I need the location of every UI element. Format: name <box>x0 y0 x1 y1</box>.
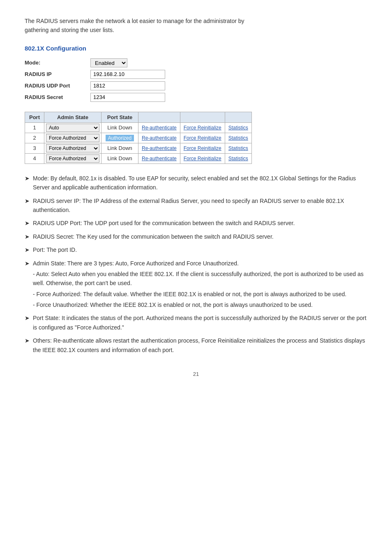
reinit-cell: Force Reinitialize <box>180 153 225 164</box>
list-item: ➤Port: The port ID. <box>25 245 367 254</box>
authorized-badge: Authorized <box>106 135 134 141</box>
bullet-content: RADIUS Secret: The Key used for the comm… <box>33 232 367 241</box>
bullet-content: Admin State: There are 3 types: Auto, Fo… <box>33 259 367 310</box>
col-header-port-state: Port State <box>101 112 138 122</box>
list-item: ➤Admin State: There are 3 types: Auto, F… <box>25 259 367 310</box>
mode-label: Mode: <box>25 60 90 66</box>
statistics-link[interactable]: Statistics <box>228 156 248 161</box>
radius-secret-row: RADIUS Secret <box>25 93 367 102</box>
col-header-admin-state: Admin State <box>44 112 101 122</box>
admin-state-select[interactable]: Force Authorized <box>46 154 99 163</box>
bullet-content: RADIUS UDP Port: The UDP port used for t… <box>33 219 367 228</box>
col-header-reinit <box>180 112 225 122</box>
stats-cell: Statistics <box>225 143 251 153</box>
config-table: Mode: Enabled RADIUS IP RADIUS UDP Port … <box>25 58 367 102</box>
stats-cell: Statistics <box>225 133 251 143</box>
table-row: 2Force AuthorizedAuthorizedRe-authentica… <box>25 133 252 143</box>
radius-secret-input[interactable] <box>90 93 165 102</box>
re-authenticate-link[interactable]: Re-authenticate <box>142 125 177 131</box>
list-item: ➤RADIUS server IP: The IP Address of the… <box>25 196 367 215</box>
sub-bullet: - Force Unauthorized: Whether the IEEE 8… <box>33 300 367 309</box>
port-state-cell: Link Down <box>101 153 138 164</box>
reauth-cell: Re-authenticate <box>138 122 180 133</box>
force-reinitialize-link[interactable]: Force Reinitialize <box>184 125 221 131</box>
sub-bullet: - Auto: Select Auto when you enabled the… <box>33 269 367 288</box>
admin-state-select[interactable]: Auto <box>46 124 99 132</box>
list-item: ➤RADIUS Secret: The Key used for the com… <box>25 232 367 241</box>
stats-cell: Statistics <box>225 153 251 164</box>
admin-state-select[interactable]: Force Authorized <box>46 134 99 142</box>
radius-ip-input[interactable] <box>90 70 165 79</box>
bullet-arrow-icon: ➤ <box>25 336 30 355</box>
mode-row: Mode: Enabled <box>25 58 367 67</box>
col-header-port: Port <box>25 112 44 122</box>
bullet-arrow-icon: ➤ <box>25 219 30 228</box>
admin-state-cell: Force Authorized <box>44 133 101 143</box>
sub-bullet: - Force Authorized: The default value. W… <box>33 290 367 299</box>
port-cell: 4 <box>25 153 44 164</box>
port-cell: 1 <box>25 122 44 133</box>
bullet-content: RADIUS server IP: The IP Address of the … <box>33 196 367 215</box>
radius-udp-input[interactable] <box>90 81 165 90</box>
col-header-stats <box>225 112 251 122</box>
table-row: 1AutoLink DownRe-authenticateForce Reini… <box>25 122 252 133</box>
statistics-link[interactable]: Statistics <box>228 125 248 131</box>
list-item: ➤Port State: It indicates the status of … <box>25 313 367 332</box>
radius-ip-row: RADIUS IP <box>25 70 367 79</box>
port-state-cell: Link Down <box>101 143 138 153</box>
table-row: 3Force AuthorizedLink DownRe-authenticat… <box>25 143 252 153</box>
bullet-arrow-icon: ➤ <box>25 196 30 215</box>
list-item: ➤RADIUS UDP Port: The UDP port used for … <box>25 219 367 228</box>
radius-udp-label: RADIUS UDP Port <box>25 83 90 89</box>
port-cell: 2 <box>25 133 44 143</box>
statistics-link[interactable]: Statistics <box>228 135 248 141</box>
admin-state-select[interactable]: Force Authorized <box>46 144 99 152</box>
reauth-cell: Re-authenticate <box>138 143 180 153</box>
reinit-cell: Force Reinitialize <box>180 122 225 133</box>
intro-paragraph: The RADIUS servers make the network a lo… <box>25 16 367 35</box>
bullet-arrow-icon: ➤ <box>25 259 30 310</box>
admin-state-cell: Force Authorized <box>44 153 101 164</box>
admin-state-cell: Auto <box>44 122 101 133</box>
section-title: 802.1X Configuration <box>25 45 367 52</box>
description-list: ➤Mode: By default, 802.1x is disabled. T… <box>25 174 367 355</box>
bullet-arrow-icon: ➤ <box>25 245 30 254</box>
mode-select[interactable]: Enabled <box>90 58 127 67</box>
port-state-cell: Authorized <box>101 133 138 143</box>
force-reinitialize-link[interactable]: Force Reinitialize <box>184 135 221 141</box>
page-number: 21 <box>25 371 367 377</box>
admin-state-cell: Force Authorized <box>44 143 101 153</box>
re-authenticate-link[interactable]: Re-authenticate <box>142 156 177 161</box>
list-item: ➤Others: Re-authenticate allows restart … <box>25 336 367 355</box>
port-cell: 3 <box>25 143 44 153</box>
bullet-content: Port State: It indicates the status of t… <box>33 313 367 332</box>
port-state-cell: Link Down <box>101 122 138 133</box>
bullet-arrow-icon: ➤ <box>25 174 30 192</box>
radius-ip-label: RADIUS IP <box>25 71 90 77</box>
table-row: 4Force AuthorizedLink DownRe-authenticat… <box>25 153 252 164</box>
section-heading: 802.1X Configuration <box>25 45 367 52</box>
stats-cell: Statistics <box>225 122 251 133</box>
statistics-link[interactable]: Statistics <box>228 145 248 151</box>
bullet-content: Port: The port ID. <box>33 245 367 254</box>
force-reinitialize-link[interactable]: Force Reinitialize <box>184 156 221 161</box>
reauth-cell: Re-authenticate <box>138 133 180 143</box>
list-item: ➤Mode: By default, 802.1x is disabled. T… <box>25 174 367 192</box>
intro-line2: gathering and storing the user lists. <box>25 27 114 33</box>
reinit-cell: Force Reinitialize <box>180 143 225 153</box>
radius-secret-label: RADIUS Secret <box>25 94 90 100</box>
port-table: Port Admin State Port State 1AutoLink Do… <box>25 112 252 164</box>
bullet-content: Mode: By default, 802.1x is disabled. To… <box>33 174 367 192</box>
re-authenticate-link[interactable]: Re-authenticate <box>142 135 177 141</box>
radius-udp-row: RADIUS UDP Port <box>25 81 367 90</box>
re-authenticate-link[interactable]: Re-authenticate <box>142 145 177 151</box>
intro-line1: The RADIUS servers make the network a lo… <box>25 18 244 24</box>
bullet-arrow-icon: ➤ <box>25 232 30 241</box>
reinit-cell: Force Reinitialize <box>180 133 225 143</box>
col-header-reauth <box>138 112 180 122</box>
bullet-arrow-icon: ➤ <box>25 313 30 332</box>
force-reinitialize-link[interactable]: Force Reinitialize <box>184 145 221 151</box>
bullet-content: Others: Re-authenticate allows restart t… <box>33 336 367 355</box>
reauth-cell: Re-authenticate <box>138 153 180 164</box>
